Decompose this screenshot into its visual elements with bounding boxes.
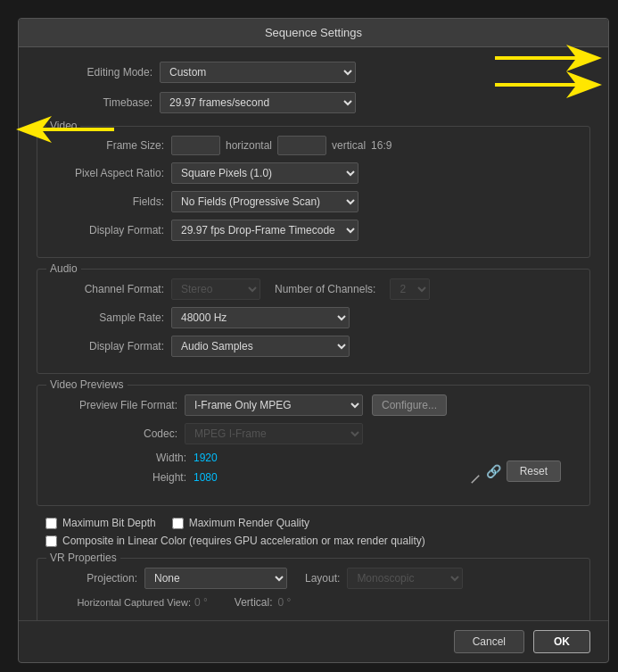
preview-file-format-label: Preview File Format: xyxy=(48,399,177,411)
max-bit-depth-label: Maximum Bit Depth xyxy=(62,517,156,529)
vr-section-title: VR Properties xyxy=(46,552,120,564)
link-chain-icon: 🔗 xyxy=(486,464,501,478)
dialog-title: Sequence Settings xyxy=(19,19,608,47)
projection-label: Projection: xyxy=(48,572,137,585)
layout-label: Layout: xyxy=(305,572,340,585)
display-format-label: Display Format: xyxy=(48,224,164,236)
pixel-aspect-label: Pixel Aspect Ratio: xyxy=(48,167,164,179)
editing-mode-label: Editing Mode: xyxy=(37,66,152,79)
horizontal-captured-label: Horizontal Captured View: xyxy=(48,597,191,608)
preview-width-row: Width: 1920 xyxy=(57,452,470,464)
sequence-settings-dialog: Sequence Settings Editing Mode: Custom A… xyxy=(18,18,609,663)
audio-section-title: Audio xyxy=(46,262,81,275)
height-label: Height: xyxy=(57,471,186,484)
channel-format-select[interactable]: Stereo xyxy=(171,278,260,300)
max-render-quality-label: Maximum Render Quality xyxy=(189,517,309,529)
ok-button[interactable]: OK xyxy=(533,630,590,653)
video-section: Video Frame Size: 1920 horizontal 1080 v… xyxy=(37,126,590,258)
link-reset-area: ⸝ 🔗 Reset xyxy=(470,460,561,482)
dialog-body: Editing Mode: Custom ARRI Cinema AVC-Int… xyxy=(19,47,608,620)
frame-size-row: Frame Size: 1920 horizontal 1080 vertica… xyxy=(48,136,579,155)
display-format-select[interactable]: 29.97 fps Drop-Frame Timecode 29.97 fps … xyxy=(171,220,358,241)
vertical-value: 0 ° xyxy=(278,596,292,609)
vertical-label: vertical xyxy=(332,139,366,152)
frame-size-width-input[interactable]: 1920 xyxy=(171,136,220,155)
fields-label: Fields: xyxy=(48,195,164,208)
frame-size-label: Frame Size: xyxy=(48,139,164,152)
pixel-aspect-select[interactable]: Square Pixels (1.0) D1/DV NTSC (0.9091) xyxy=(171,162,358,184)
vertical-label2: Vertical: xyxy=(235,596,273,609)
channel-format-row: Channel Format: Stereo Number of Channel… xyxy=(48,278,579,300)
sample-rate-label: Sample Rate: xyxy=(48,311,164,324)
sample-rate-row: Sample Rate: 48000 Hz 44100 Hz xyxy=(48,307,579,328)
codec-label: Codec: xyxy=(48,427,177,440)
codec-row: Codec: MPEG I-Frame xyxy=(48,423,579,444)
layout-select[interactable]: Monoscopic xyxy=(347,568,463,589)
composite-row: Composite in Linear Color (requires GPU … xyxy=(45,535,590,547)
preview-width-value: 1920 xyxy=(194,452,218,464)
video-display-format-row: Display Format: 29.97 fps Drop-Frame Tim… xyxy=(48,220,579,241)
audio-display-format-label: Display Format: xyxy=(48,340,164,353)
projection-layout-row: Projection: None Equirectangular Layout:… xyxy=(48,568,579,589)
horizontal-captured-value: 0 ° xyxy=(194,596,208,609)
timebase-label: Timebase: xyxy=(37,96,152,109)
video-section-title: Video xyxy=(46,120,80,132)
sample-rate-select[interactable]: 48000 Hz 44100 Hz xyxy=(171,307,350,328)
horizontal-label: horizontal xyxy=(226,139,272,152)
pixel-aspect-row: Pixel Aspect Ratio: Square Pixels (1.0) … xyxy=(48,162,579,184)
editing-mode-select[interactable]: Custom ARRI Cinema AVC-Intra xyxy=(160,62,356,83)
captured-view-row: Horizontal Captured View: 0 ° Vertical: … xyxy=(48,596,579,609)
max-bit-depth-checkbox[interactable] xyxy=(45,518,57,529)
video-previews-title: Video Previews xyxy=(46,378,128,391)
preview-dimensions-area: Width: 1920 Height: 1080 ⸝ 🔗 Reset xyxy=(48,452,579,491)
width-label: Width: xyxy=(57,452,186,464)
timebase-row: Timebase: 29.97 frames/second 23.976 fra… xyxy=(37,92,590,113)
composite-checkbox[interactable] xyxy=(45,535,57,547)
num-channels-select[interactable]: 2 xyxy=(390,278,430,300)
checkboxes-area: Maximum Bit Depth Maximum Render Quality… xyxy=(37,517,590,547)
audio-display-format-row: Display Format: Audio Samples Millisecon… xyxy=(48,336,579,357)
channel-format-label: Channel Format: xyxy=(48,283,164,295)
max-render-quality-checkbox[interactable] xyxy=(172,518,184,529)
video-previews-section: Video Previews Preview File Format: I-Fr… xyxy=(37,385,590,506)
reset-button[interactable]: Reset xyxy=(507,460,561,482)
cancel-button[interactable]: Cancel xyxy=(454,630,524,653)
num-channels-label: Number of Channels: xyxy=(275,283,375,295)
frame-size-height-input[interactable]: 1080 xyxy=(277,136,326,155)
vr-properties-section: VR Properties Projection: None Equirecta… xyxy=(37,558,590,620)
composite-label: Composite in Linear Color (requires GPU … xyxy=(62,535,425,547)
fields-row: Fields: No Fields (Progressive Scan) Upp… xyxy=(48,191,579,212)
ratio-label: 16:9 xyxy=(371,139,391,152)
link-bracket-icon: ⸝ xyxy=(470,460,481,482)
max-bit-depth-row: Maximum Bit Depth Maximum Render Quality xyxy=(45,517,590,529)
fields-select[interactable]: No Fields (Progressive Scan) Upper Field… xyxy=(171,191,358,212)
preview-height-value: 1080 xyxy=(194,471,218,484)
preview-height-row: Height: 1080 xyxy=(57,471,470,484)
editing-mode-row: Editing Mode: Custom ARRI Cinema AVC-Int… xyxy=(37,62,590,83)
configure-button[interactable]: Configure... xyxy=(372,394,447,416)
projection-select[interactable]: None Equirectangular xyxy=(144,568,287,589)
audio-display-format-select[interactable]: Audio Samples Milliseconds xyxy=(171,336,350,357)
audio-section: Audio Channel Format: Stereo Number of C… xyxy=(37,269,590,374)
preview-file-format-select[interactable]: I-Frame Only MPEG GoPro CineForm xyxy=(185,394,363,416)
dialog-footer: Cancel OK xyxy=(19,620,608,662)
codec-select[interactable]: MPEG I-Frame xyxy=(185,423,363,444)
timebase-select[interactable]: 29.97 frames/second 23.976 frames/second… xyxy=(160,92,356,113)
preview-file-format-row: Preview File Format: I-Frame Only MPEG G… xyxy=(48,394,579,416)
